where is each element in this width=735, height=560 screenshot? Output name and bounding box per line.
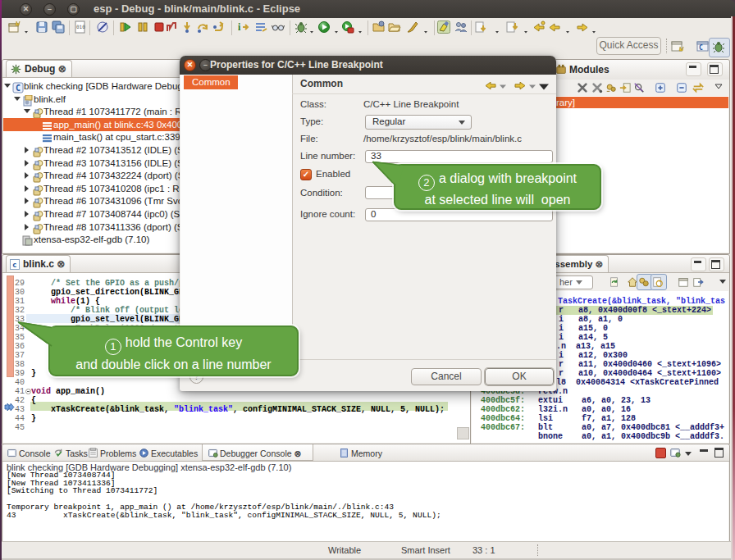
svg-text:c: c <box>12 261 16 269</box>
svg-text:i: i <box>238 21 241 33</box>
svg-text:C: C <box>699 44 703 52</box>
svg-text:C: C <box>16 84 21 93</box>
svg-text:010: 010 <box>76 24 85 30</box>
